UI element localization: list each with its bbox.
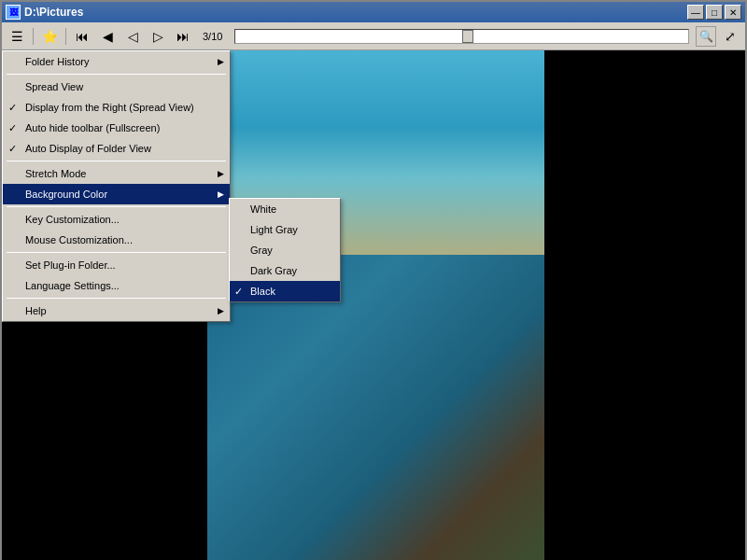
expand-button[interactable]: ⤢ xyxy=(719,26,741,47)
content-area: Folder History Spread View Display from … xyxy=(2,50,745,560)
image-count: 3/10 xyxy=(197,31,228,42)
minimize-button[interactable]: — xyxy=(687,5,704,20)
menu-button[interactable]: ☰ xyxy=(6,26,28,47)
slider-thumb[interactable] xyxy=(462,30,473,43)
toolbar-separator-1 xyxy=(33,28,34,45)
progress-slider[interactable] xyxy=(234,29,689,44)
forward-button[interactable]: ▷ xyxy=(147,26,169,47)
main-window: 🖼 D:\Pictures — □ ✕ ☰ ⭐ ⏮ ◀ ◁ ▷ ⏭ 3/10 🔍… xyxy=(0,0,747,560)
last-button[interactable]: ⏭ xyxy=(172,26,194,47)
black-sidebar xyxy=(544,50,745,560)
titlebar-buttons: — □ ✕ xyxy=(687,5,741,20)
toolbar-separator-2 xyxy=(65,28,66,45)
titlebar-left: 🖼 D:\Pictures xyxy=(6,5,83,20)
favorites-button[interactable]: ⭐ xyxy=(38,26,61,47)
back-button[interactable]: ◁ xyxy=(121,26,144,47)
beach-image xyxy=(207,50,548,560)
titlebar: 🖼 D:\Pictures — □ ✕ xyxy=(2,2,745,22)
app-icon: 🖼 xyxy=(6,5,21,20)
close-button[interactable]: ✕ xyxy=(725,5,741,20)
first-button[interactable]: ⏮ xyxy=(71,26,93,47)
maximize-button[interactable]: □ xyxy=(706,5,723,20)
prev-button[interactable]: ◀ xyxy=(96,26,119,47)
window-title: D:\Pictures xyxy=(24,6,83,19)
toolbar: ☰ ⭐ ⏮ ◀ ◁ ▷ ⏭ 3/10 🔍 ⤢ xyxy=(2,22,745,50)
image-area xyxy=(2,50,745,560)
search-button[interactable]: 🔍 xyxy=(696,26,716,47)
pool-area xyxy=(207,255,548,560)
